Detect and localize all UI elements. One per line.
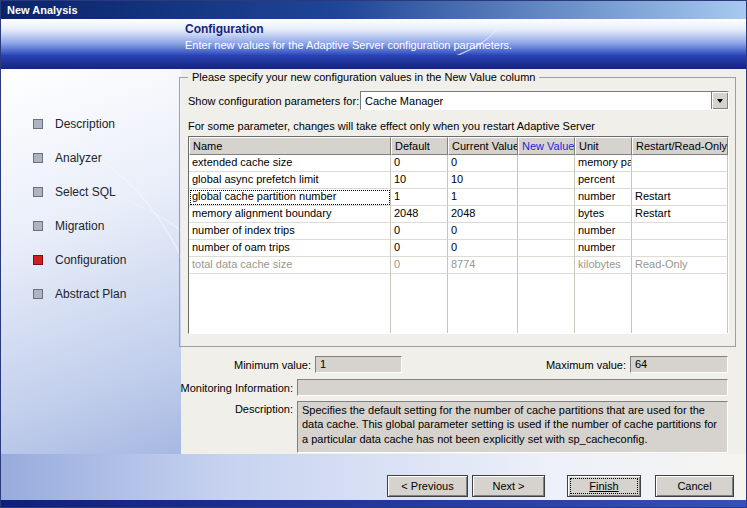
step-indicator (33, 221, 43, 231)
table-cell[interactable] (518, 240, 575, 257)
restart-note: For some parameter, changes will take ef… (188, 120, 595, 132)
table-row[interactable]: memory alignment boundary20482048bytesRe… (189, 206, 728, 223)
table-cell: Restart (632, 206, 728, 223)
table-cell: number of index trips (189, 223, 391, 240)
table-row[interactable]: number of index trips00number (189, 223, 728, 240)
table-cell: 0 (448, 223, 518, 240)
table-cell: 1 (391, 189, 448, 206)
wizard-steps: DescriptionAnalyzerSelect SQLMigrationCo… (33, 107, 179, 311)
table-cell: Read-Only (632, 257, 728, 274)
table-filler-cell (575, 274, 632, 333)
table-filler-row (189, 274, 728, 333)
table-cell: Restart (632, 189, 728, 206)
table-row[interactable]: global async prefetch limit1010percent (189, 172, 728, 189)
sidebar-item-abstract-plan[interactable]: Abstract Plan (33, 277, 179, 311)
table-cell: 0 (391, 240, 448, 257)
bottom-accent-bar (1, 500, 746, 507)
dropdown-selected-value: Cache Manager (361, 95, 711, 107)
new-analysis-dialog: New Analysis Configuration Enter new val… (0, 0, 747, 508)
sidebar-item-label: Configuration (55, 253, 126, 267)
monitoring-information-label: Monitoring Information: (179, 382, 293, 394)
cancel-button[interactable]: Cancel (655, 475, 734, 497)
monitoring-information-field (297, 379, 728, 396)
table-cell: 0 (391, 257, 448, 274)
sidebar-item-select-sql[interactable]: Select SQL (33, 175, 179, 209)
table-row[interactable]: extended cache size00memory pages (189, 155, 728, 172)
client-area: DescriptionAnalyzerSelect SQLMigrationCo… (1, 69, 746, 507)
parameters-table: NameDefaultCurrent ValueNew ValueUnitRes… (188, 136, 729, 334)
table-cell: 0 (391, 223, 448, 240)
step-indicator (33, 153, 43, 163)
table-cell: total data cache size (189, 257, 391, 274)
maximum-value-field: 64 (630, 356, 728, 373)
table-cell (632, 155, 728, 172)
window-title: New Analysis (7, 4, 78, 16)
sidebar-item-label: Select SQL (55, 185, 116, 199)
sidebar-item-label: Abstract Plan (55, 287, 126, 301)
table-cell: number (575, 189, 632, 206)
sidebar-item-migration[interactable]: Migration (33, 209, 179, 243)
table-cell (632, 223, 728, 240)
page-subtitle: Enter new values for the Adaptive Server… (185, 39, 512, 51)
table-filler-cell (189, 274, 391, 333)
page-title: Configuration (185, 22, 264, 36)
table-cell: 8774 (448, 257, 518, 274)
table-cell: kilobytes (575, 257, 632, 274)
sidebar-item-label: Migration (55, 219, 104, 233)
table-body: extended cache size00memory pagesglobal … (189, 155, 728, 333)
table-filler-cell (391, 274, 448, 333)
table-cell: 0 (448, 240, 518, 257)
chevron-down-icon (717, 99, 723, 103)
sidebar-item-analyzer[interactable]: Analyzer (33, 141, 179, 175)
title-bar: New Analysis (1, 1, 746, 19)
table-cell (632, 240, 728, 257)
step-indicator (33, 187, 43, 197)
table-cell[interactable] (518, 223, 575, 240)
table-cell[interactable] (518, 189, 575, 206)
column-header[interactable]: Unit (575, 137, 632, 155)
table-cell[interactable] (518, 257, 575, 274)
table-row[interactable]: number of oam trips00number (189, 240, 728, 257)
column-header[interactable]: Restart/Read-Only (632, 137, 728, 155)
parameter-group-dropdown[interactable]: Cache Manager (360, 91, 729, 110)
table-cell: 2048 (448, 206, 518, 223)
table-filler-cell (448, 274, 518, 333)
minimum-value-label: Minimum value: (179, 359, 311, 371)
current-step-indicator (33, 255, 43, 265)
step-indicator (33, 289, 43, 299)
table-cell: global cache partition number (189, 189, 391, 206)
table-cell: 0 (391, 155, 448, 172)
sidebar-item-label: Description (55, 117, 115, 131)
table-cell: bytes (575, 206, 632, 223)
column-header[interactable]: Default (391, 137, 448, 155)
table-cell[interactable] (518, 155, 575, 172)
filter-label: Show configuration parameters for: (188, 95, 359, 107)
table-row[interactable]: global cache partition number11numberRes… (189, 189, 728, 206)
table-cell: 10 (448, 172, 518, 189)
table-cell[interactable] (518, 172, 575, 189)
step-indicator (33, 119, 43, 129)
sidebar-item-description[interactable]: Description (33, 107, 179, 141)
table-row[interactable]: total data cache size08774kilobytesRead-… (189, 257, 728, 274)
table-cell: 10 (391, 172, 448, 189)
table-cell: 1 (448, 189, 518, 206)
table-filler-cell (518, 274, 575, 333)
column-header[interactable]: Name (189, 137, 391, 155)
wizard-header: Configuration Enter new values for the A… (1, 19, 746, 55)
previous-button[interactable]: < Previous (387, 475, 468, 497)
table-filler-cell (632, 274, 728, 333)
column-header[interactable]: New Value (518, 137, 575, 155)
sidebar-item-configuration[interactable]: Configuration (33, 243, 179, 277)
next-button[interactable]: Next > (472, 475, 545, 497)
sidebar-item-label: Analyzer (55, 151, 102, 165)
header-divider-band (1, 55, 746, 69)
table-cell[interactable] (518, 206, 575, 223)
configuration-groupbox: Please specify your new configuration va… (179, 77, 736, 347)
dropdown-button[interactable] (711, 92, 728, 109)
description-field: Specifies the default setting for the nu… (297, 401, 728, 453)
finish-button[interactable]: Finish (567, 475, 641, 497)
description-label: Description: (179, 403, 293, 415)
table-cell: number (575, 240, 632, 257)
table-cell: number (575, 223, 632, 240)
column-header[interactable]: Current Value (448, 137, 518, 155)
